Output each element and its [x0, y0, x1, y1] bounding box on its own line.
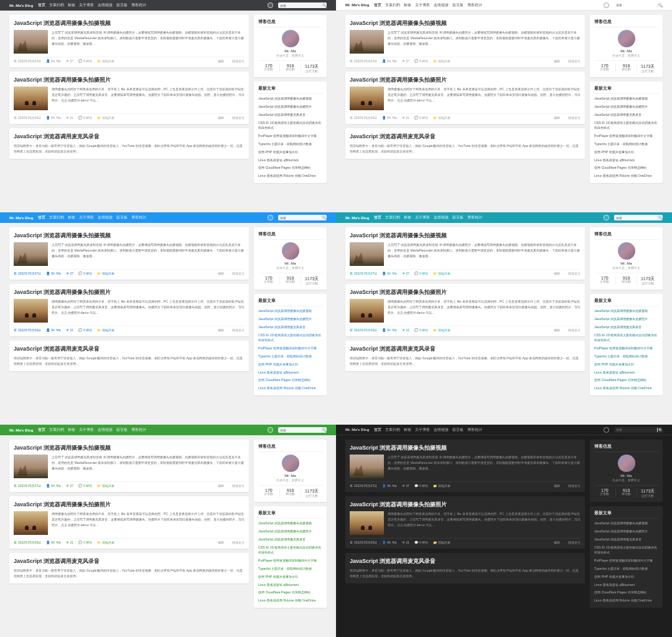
- recent-post-link[interactable]: PotPlayer 使用百度翻译实时翻译外文字幕: [594, 134, 658, 139]
- site-brand[interactable]: Mr. Ma's Blog: [9, 428, 33, 432]
- meta-item[interactable]: 📁前端开发: [97, 328, 114, 332]
- meta-item[interactable]: 📁前端开发: [433, 484, 450, 488]
- nav-item[interactable]: 标签: [68, 215, 75, 220]
- meta-item[interactable]: 🗓2022年05月20日: [350, 116, 377, 120]
- nav-item[interactable]: 友情链接: [98, 215, 113, 220]
- nav-item[interactable]: 首页: [374, 427, 381, 433]
- meta-item[interactable]: 🗓2022年05月27日: [14, 484, 41, 488]
- search-icon[interactable]: 🔍: [321, 428, 327, 432]
- recent-post-link[interactable]: 使用 PHP 给图片批量加水印: [594, 150, 658, 155]
- recent-post-link[interactable]: CSS 和 JS 检测系统主题色模式自动切换浅色和深色样式: [594, 545, 658, 555]
- nav-item[interactable]: 文章归档: [49, 427, 64, 433]
- meta-item[interactable]: 📁前端开发: [97, 116, 114, 120]
- meta-item[interactable]: 🗓2022年05月27日: [14, 271, 41, 275]
- nav-item[interactable]: 关于博客: [415, 215, 430, 220]
- post-action[interactable]: 编辑: [554, 540, 560, 544]
- post-title[interactable]: JavaScript 浏览器调用麦克风录音: [14, 133, 245, 141]
- recent-post-link[interactable]: 使用 Cloudflare Pages 托管静态网站: [258, 166, 322, 171]
- nav-item[interactable]: 标签: [404, 427, 411, 433]
- post-action[interactable]: 编辑: [218, 116, 224, 120]
- recent-post-link[interactable]: JavaScript 浏览器调用麦克风录音: [258, 325, 322, 330]
- recent-post-link[interactable]: Linux 股务器安装 qBittorrent: [258, 583, 322, 588]
- nav-item[interactable]: 标签: [404, 215, 411, 220]
- post-title[interactable]: JavaScript 浏览器调用麦克风录音: [350, 345, 581, 353]
- recent-post-link[interactable]: JavaScript 浏览器调用摄像头拍摄视频: [258, 309, 322, 314]
- post-title[interactable]: JavaScript 浏览器调用麦克风录音: [350, 557, 581, 565]
- nav-item[interactable]: 留言板: [116, 427, 128, 433]
- meta-item[interactable]: 💬0 评论: [414, 271, 428, 275]
- site-brand[interactable]: Mr. Ma's Blog: [345, 3, 369, 7]
- post-title[interactable]: JavaScript 浏览器调用摄像头拍摄视频: [350, 444, 581, 452]
- post-title[interactable]: JavaScript 浏览器调用摄像头拍摄视频: [14, 232, 245, 240]
- recent-post-link[interactable]: Linux 股务器使用 Rclone 挂载 OneDrive: [594, 598, 658, 603]
- meta-item[interactable]: 📁前端开发: [433, 328, 450, 332]
- meta-item[interactable]: 💬0 评论: [414, 328, 428, 332]
- search-input[interactable]: [278, 428, 321, 432]
- post-title[interactable]: JavaScript 浏览器调用摄像头拍摄照片: [350, 76, 581, 84]
- meta-item[interactable]: 👁21: [66, 116, 74, 120]
- nav-item[interactable]: 友情链接: [434, 215, 449, 220]
- meta-item[interactable]: 🗓2022年05月27日: [350, 271, 377, 275]
- meta-item[interactable]: 📁前端开发: [97, 484, 114, 488]
- post-thumbnail[interactable]: [14, 455, 48, 478]
- post-title[interactable]: JavaScript 浏览器调用摄像头拍摄照片: [14, 288, 245, 296]
- nav-item[interactable]: 博客统计: [131, 215, 146, 220]
- post-action[interactable]: 阅读全文: [232, 116, 245, 120]
- meta-item[interactable]: 👤Mr. Ma: [382, 328, 396, 332]
- nav-item[interactable]: 首页: [374, 215, 381, 220]
- post-action[interactable]: 阅读全文: [232, 328, 245, 332]
- meta-item[interactable]: 👤Mr. Ma: [382, 116, 396, 120]
- site-brand[interactable]: Mr. Ma's Blog: [345, 428, 369, 432]
- post-title[interactable]: JavaScript 浏览器调用摄像头拍摄照片: [350, 288, 581, 296]
- post-title[interactable]: JavaScript 浏览器调用麦克风录音: [350, 133, 581, 141]
- meta-item[interactable]: 👤Mr. Ma: [46, 328, 60, 332]
- meta-item[interactable]: 👁27: [66, 59, 74, 63]
- meta-item[interactable]: 💬0 评论: [414, 59, 428, 63]
- post-action[interactable]: 编辑: [218, 59, 224, 63]
- post-action[interactable]: 阅读全文: [568, 59, 581, 63]
- meta-item[interactable]: 🗓2022年05月27日: [350, 59, 377, 63]
- search-icon[interactable]: 🔍: [657, 3, 663, 7]
- recent-post-link[interactable]: Typecho 主题开发 - 获取网站统计数据: [594, 354, 658, 359]
- avatar[interactable]: [618, 30, 635, 47]
- post-action[interactable]: 编辑: [554, 116, 560, 120]
- meta-item[interactable]: 🗓2022年05月27日: [350, 484, 377, 488]
- nav-item[interactable]: 留言板: [452, 2, 464, 8]
- nav-item[interactable]: 首页: [38, 2, 45, 8]
- post-title[interactable]: JavaScript 浏览器调用摄像头拍摄视频: [350, 19, 581, 27]
- nav-item[interactable]: 文章归档: [49, 215, 64, 220]
- post-action[interactable]: 阅读全文: [568, 328, 581, 332]
- nav-item[interactable]: 留言板: [452, 427, 464, 433]
- recent-post-link[interactable]: JavaScript 浏览器调用摄像头拍摄视频: [594, 309, 658, 314]
- recent-post-link[interactable]: JavaScript 浏览器调用麦克风录音: [258, 113, 322, 118]
- recent-post-link[interactable]: Typecho 主题开发 - 获取网站统计数据: [258, 354, 322, 359]
- theme-toggle-icon[interactable]: [604, 215, 609, 220]
- recent-post-link[interactable]: JavaScript 浏览器调用麦克风录音: [594, 537, 658, 542]
- meta-item[interactable]: 📁前端开发: [433, 540, 450, 544]
- post-action[interactable]: 阅读全文: [568, 271, 581, 275]
- post-action[interactable]: 编辑: [218, 540, 224, 544]
- recent-post-link[interactable]: 使用 Cloudflare Pages 托管静态网站: [258, 378, 322, 383]
- nav-item[interactable]: 博客统计: [467, 427, 482, 433]
- nav-item[interactable]: 博客统计: [467, 215, 482, 220]
- post-title[interactable]: JavaScript 浏览器调用麦克风录音: [14, 345, 245, 353]
- recent-post-link[interactable]: JavaScript 浏览器调用麦克风录音: [594, 325, 658, 330]
- recent-post-link[interactable]: 使用 Cloudflare Pages 托管静态网站: [594, 378, 658, 383]
- meta-item[interactable]: 👁21: [66, 540, 74, 544]
- recent-post-link[interactable]: Linux 股务器安装 qBittorrent: [594, 370, 658, 375]
- recent-post-link[interactable]: 使用 PHP 给图片批量加水印: [594, 575, 658, 580]
- avatar[interactable]: [282, 455, 299, 472]
- meta-item[interactable]: 💬0 评论: [414, 484, 428, 488]
- recent-post-link[interactable]: Linux 股务器使用 Rclone 挂载 OneDrive: [258, 598, 322, 603]
- post-action[interactable]: 阅读全文: [568, 484, 581, 488]
- post-thumbnail[interactable]: [350, 30, 384, 54]
- meta-item[interactable]: 💬0 评论: [414, 540, 428, 544]
- nav-item[interactable]: 首页: [374, 2, 381, 8]
- search-input[interactable]: [278, 4, 321, 7]
- theme-toggle-icon[interactable]: [268, 2, 273, 8]
- recent-post-link[interactable]: Linux 股务器使用 Rclone 挂载 OneDrive: [594, 386, 658, 391]
- recent-post-link[interactable]: PotPlayer 使用百度翻译实时翻译外文字幕: [258, 134, 322, 139]
- meta-item[interactable]: 👁27: [402, 484, 410, 488]
- recent-post-link[interactable]: JavaScript 浏览器调用摄像头拍摄照片: [594, 105, 658, 110]
- post-action[interactable]: 阅读全文: [232, 540, 245, 544]
